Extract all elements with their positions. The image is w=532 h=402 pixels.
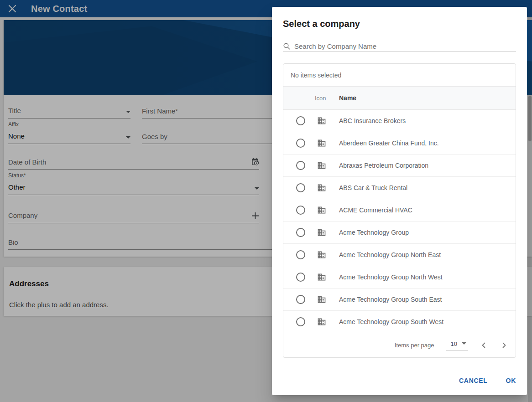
- search-icon: [283, 42, 291, 50]
- radio-button[interactable]: [296, 161, 305, 170]
- company-table-body: ABC Insurance Brokers Aberdeen Greater C…: [283, 110, 516, 333]
- company-name: ABS Car & Truck Rental: [339, 184, 407, 191]
- table-row[interactable]: ACME Commercial HVAC: [283, 199, 516, 222]
- page-size-value: 10: [451, 340, 457, 347]
- building-icon: [317, 295, 326, 304]
- table-row[interactable]: Acme Technology Group South West: [283, 311, 516, 333]
- company-table: No items selected Icon Name ABC Insuranc…: [283, 63, 516, 358]
- radio-button[interactable]: [296, 273, 305, 282]
- column-header-icon: Icon: [315, 87, 326, 109]
- items-per-page-label: Items per page: [395, 342, 434, 349]
- table-row[interactable]: Acme Technology Group North West: [283, 266, 516, 289]
- company-search-field[interactable]: [283, 35, 516, 52]
- chevron-right-icon[interactable]: [498, 340, 509, 351]
- company-name: Acme Technology Group South East: [339, 296, 442, 303]
- company-name: Acme Technology Group North East: [339, 251, 441, 258]
- company-name: Abraxas Petroleum Corporation: [339, 162, 428, 169]
- column-header-name: Name: [339, 87, 356, 109]
- chevron-left-icon[interactable]: [478, 340, 489, 351]
- company-name: Acme Technology Group: [339, 229, 409, 236]
- table-row[interactable]: Acme Technology Group North East: [283, 244, 516, 266]
- building-icon: [317, 273, 326, 282]
- company-search-input[interactable]: [294, 42, 516, 50]
- page-size-select[interactable]: 10: [446, 340, 468, 350]
- radio-button[interactable]: [296, 139, 305, 148]
- radio-button[interactable]: [296, 206, 305, 215]
- table-row[interactable]: Acme Technology Group South East: [283, 289, 516, 311]
- company-name: Acme Technology Group North West: [339, 273, 443, 281]
- radio-button[interactable]: [296, 250, 305, 259]
- building-icon: [317, 317, 326, 326]
- building-icon: [317, 183, 326, 192]
- building-icon: [317, 116, 326, 125]
- building-icon: [317, 139, 326, 148]
- dialog-title: Select a company: [283, 19, 360, 29]
- paginator: Items per page 10: [283, 333, 516, 357]
- dialog-actions: CANCEL OK: [452, 372, 523, 389]
- radio-button[interactable]: [296, 295, 305, 304]
- caret-down-icon: [462, 342, 466, 345]
- table-row[interactable]: ABC Insurance Brokers: [283, 110, 516, 132]
- selection-status: No items selected: [283, 64, 516, 87]
- table-row[interactable]: Abraxas Petroleum Corporation: [283, 155, 516, 177]
- radio-button[interactable]: [296, 317, 305, 326]
- company-name: Acme Technology Group South West: [339, 318, 443, 325]
- company-name: Aberdeen Greater China Fund, Inc.: [339, 139, 439, 147]
- building-icon: [317, 161, 326, 170]
- table-row[interactable]: ABS Car & Truck Rental: [283, 177, 516, 199]
- company-name: ABC Insurance Brokers: [339, 117, 406, 124]
- table-row[interactable]: Aberdeen Greater China Fund, Inc.: [283, 132, 516, 155]
- building-icon: [317, 206, 326, 215]
- table-row[interactable]: Acme Technology Group: [283, 222, 516, 244]
- building-icon: [317, 250, 326, 259]
- ok-button[interactable]: OK: [499, 372, 523, 389]
- radio-button[interactable]: [296, 116, 305, 125]
- company-name: ACME Commercial HVAC: [339, 206, 412, 214]
- radio-button[interactable]: [296, 228, 305, 237]
- radio-button[interactable]: [296, 183, 305, 192]
- cancel-button[interactable]: CANCEL: [452, 372, 495, 389]
- table-header: Icon Name: [283, 87, 516, 110]
- building-icon: [317, 228, 326, 237]
- select-company-dialog: Select a company No items selected Icon …: [272, 7, 527, 395]
